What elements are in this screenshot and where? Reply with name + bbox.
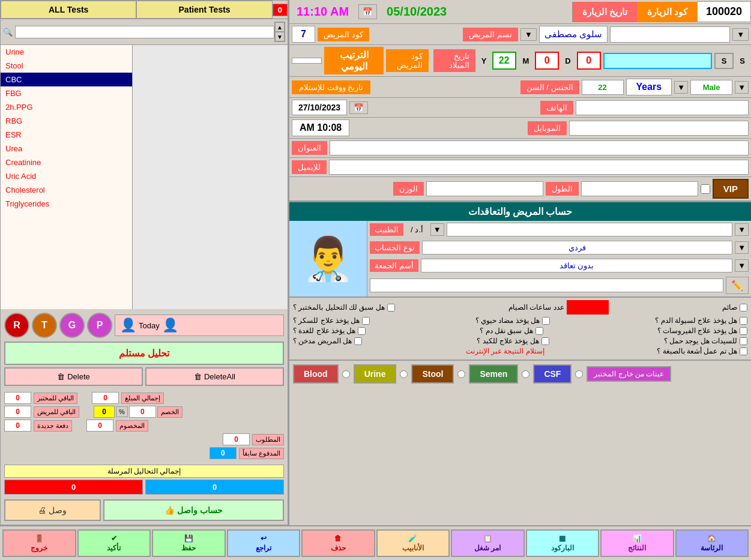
account-button[interactable]: 👍 حساب واصل (103, 499, 284, 521)
prev-lab-checkbox[interactable] (387, 304, 395, 312)
today-button[interactable]: 👤 Today 👤 (115, 315, 284, 336)
patient-name-dropdown2[interactable]: ▼ (520, 28, 537, 41)
list-item[interactable]: Stool (1, 59, 132, 73)
g-button[interactable]: G (59, 313, 85, 338)
results-button[interactable]: 📊 النتائج (600, 529, 674, 557)
all-tests-button[interactable]: ALL Tests (1, 1, 136, 19)
toolbar-delete-button[interactable]: 🗑 حذف (301, 529, 375, 557)
order-label: امر شغل (474, 544, 501, 552)
smoker-checkbox[interactable] (354, 337, 362, 345)
patient-name-dropdown[interactable]: ▼ (732, 28, 749, 41)
order-button[interactable]: 📋 امر شغل (451, 529, 525, 557)
antibiotic-checkbox[interactable] (542, 317, 550, 325)
home-label: الرئاسة (701, 544, 723, 552)
pen-button[interactable]: ✏️ (726, 277, 749, 294)
scroll-down-arrow[interactable]: ▼ (275, 32, 285, 41)
list-item[interactable]: CBC (1, 73, 132, 86)
tubes-button[interactable]: 🧪 الأنابيب (376, 529, 450, 557)
urine-radio[interactable] (400, 370, 408, 378)
blood-sample-checkbox[interactable] (535, 327, 543, 335)
thyroid-checkbox[interactable] (358, 327, 366, 335)
delete-all-icon: 🗑 (194, 372, 202, 381)
age-dropdown[interactable]: ▼ (674, 81, 688, 94)
doctor-input[interactable] (447, 223, 732, 236)
delete-all-label: DeleteAll (204, 372, 235, 381)
search-input[interactable] (15, 26, 274, 38)
confirm-button[interactable]: ✔ تأكيد (77, 529, 151, 557)
discount-pct-value[interactable]: 0 (94, 406, 115, 418)
stool-button[interactable]: Stool (411, 364, 454, 384)
blood-pressure-checkbox[interactable] (740, 317, 747, 325)
weight-input[interactable] (426, 181, 543, 196)
account-type-label: نوع الحساب (370, 241, 420, 254)
list-item[interactable]: Creatinine (1, 155, 132, 169)
delete-button[interactable]: 🗑 Delete (4, 367, 143, 386)
vip-button[interactable]: VIP (713, 179, 749, 199)
receipt-button[interactable]: 🖨 وصل (4, 499, 101, 521)
xray-checkbox[interactable] (740, 348, 747, 355)
reception-date-button[interactable]: 📅 (349, 101, 368, 114)
height-input[interactable] (581, 181, 698, 196)
blood-button[interactable]: Blood (293, 364, 339, 384)
csf-button[interactable]: CSF (533, 364, 572, 384)
vip-checkbox[interactable] (701, 184, 710, 194)
home-button[interactable]: 🏠 الرئاسة (675, 529, 749, 557)
pregnant-checkbox[interactable] (740, 337, 747, 345)
list-item[interactable]: Cholesterol (1, 183, 132, 197)
fasting-checkbox[interactable] (740, 304, 747, 312)
csf-radio[interactable] (575, 370, 583, 378)
delete-all-button[interactable]: 🗑 DeleteAll (145, 367, 284, 386)
new-payment-value[interactable]: 0 (4, 420, 31, 432)
save-button[interactable]: 💾 حفظ (152, 529, 226, 557)
mobile-input[interactable] (569, 121, 749, 136)
review-button[interactable]: ↩ تراجع (227, 529, 301, 557)
year-value: 22 (492, 52, 516, 70)
list-item[interactable]: FBG (1, 86, 132, 100)
list-item[interactable]: Urea (1, 142, 132, 155)
external-sample-button[interactable]: عينات من خارج المختبر (587, 366, 671, 382)
doctor-dropdown2[interactable]: ▼ (430, 223, 444, 236)
r-button[interactable]: R (4, 313, 29, 338)
time-calendar-button[interactable]: 📅 (358, 4, 377, 19)
dob-text-input[interactable] (603, 53, 712, 69)
blood-radio[interactable] (342, 370, 350, 378)
notes-input[interactable] (370, 278, 723, 292)
gender-dropdown[interactable]: ▼ (735, 81, 749, 94)
list-item[interactable]: 2h.PPG (1, 100, 132, 114)
list-item[interactable]: Uric Acid (1, 169, 132, 183)
p-button[interactable]: P (87, 313, 112, 338)
test-list: Urine Stool CBC FBG 2h.PPG RBG ESR Urea … (1, 45, 133, 309)
account-type-dropdown[interactable]: ▼ (735, 241, 749, 254)
list-item[interactable]: Triglycerides (1, 197, 132, 211)
required-label: المطلوب (252, 434, 284, 445)
test-detail-area (133, 45, 288, 309)
list-item[interactable]: ESR (1, 128, 132, 142)
address-input[interactable] (330, 140, 749, 155)
s-toggle[interactable]: S (714, 53, 734, 69)
list-item[interactable]: Urine (1, 45, 132, 59)
dob-label: تاريخ الميلاد (433, 49, 475, 72)
t-button[interactable]: T (32, 313, 57, 338)
email-input[interactable] (329, 160, 749, 175)
diabetes-checkbox[interactable] (362, 317, 370, 325)
exit-button[interactable]: 🚪 خروج (2, 529, 76, 557)
list-scrollbar[interactable]: ▲ ▼ (274, 22, 285, 42)
liver-checkbox[interactable] (541, 337, 549, 345)
virus-checkbox[interactable] (740, 327, 747, 335)
list-item[interactable]: RBG (1, 114, 132, 128)
stool-radio[interactable] (457, 370, 465, 378)
fasting-hours-input[interactable] (567, 300, 609, 315)
contract-dropdown[interactable]: ▼ (735, 259, 749, 272)
virus-label: هل يؤخذ علاج الفيروسات ؟ (657, 327, 737, 335)
barcode-button[interactable]: ▦ الباركود (526, 529, 600, 557)
urine-button[interactable]: Urine (354, 364, 397, 384)
semen-radio[interactable] (522, 370, 529, 378)
received-button[interactable]: تحليل مستلم (4, 342, 284, 365)
s-button[interactable]: S (736, 55, 749, 67)
patient-name-input[interactable] (610, 26, 730, 43)
phone-input[interactable] (576, 100, 749, 115)
scroll-up-arrow[interactable]: ▲ (275, 22, 285, 32)
doctor-dropdown[interactable]: ▼ (735, 223, 749, 236)
patient-tests-button[interactable]: Patient Tests (136, 1, 272, 19)
semen-button[interactable]: Semen (469, 364, 518, 384)
